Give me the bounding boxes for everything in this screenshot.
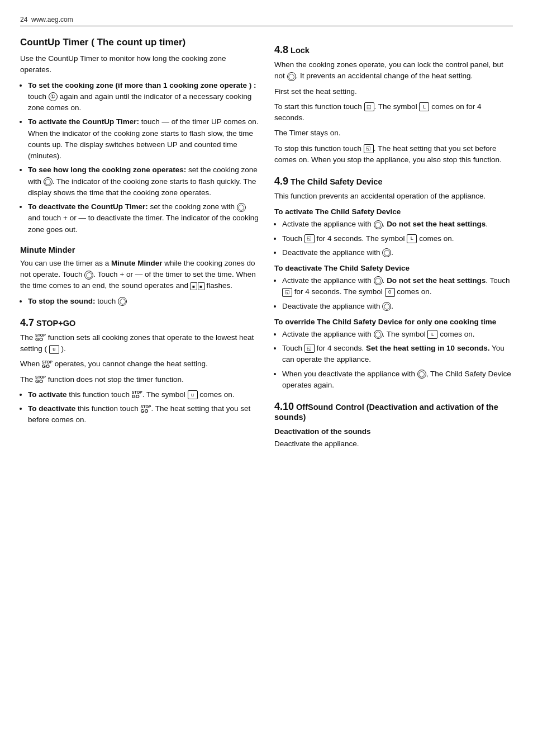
minute-minder-intro: You can use the timer as a Minute Minder… (20, 258, 259, 292)
override-child-title: To override The Child Safety Device for … (274, 318, 513, 326)
list-item: To see how long the cooking zone operate… (28, 164, 259, 199)
countup-timer-section: CountUp Timer ( The count up timer) Use … (20, 36, 259, 235)
lock-section: 4.8 Lock When the cooking zones operate,… (274, 44, 513, 166)
lock-para3: To start this function touch ◱. The symb… (274, 101, 513, 124)
power-icon-mm: ◯ (84, 271, 93, 280)
lock-title: 4.8 Lock (274, 44, 513, 56)
lock-start-icon: ◱ (364, 102, 374, 111)
right-column: 4.8 Lock When the cooking zones operate,… (274, 36, 513, 740)
u-icon2: u (188, 390, 198, 399)
site-url: www.aeg.com (31, 16, 73, 23)
deact-icon2: ◯ (382, 302, 391, 311)
list-item: To activate the CountUp Timer: touch — o… (28, 116, 259, 162)
minute-minder-title: Minute Minder (20, 245, 259, 254)
power-icon-lock: ◯ (287, 72, 296, 81)
page: 24 www.aeg.com CountUp Timer ( The count… (0, 0, 533, 756)
stopgo-icon5: STOPGO (141, 405, 151, 414)
child-safety-title: 4.9 The Child Safety Device (274, 176, 513, 187)
list-item: When you deactivate the appliance with ◯… (282, 368, 513, 391)
stopgo-icon1: STOPGO (35, 333, 46, 342)
sound-stop-icon: ◯ (118, 297, 127, 306)
lock-stop-icon: ◱ (364, 144, 374, 153)
flash-icon: ■■ (191, 282, 204, 290)
item-label: To deactivate the CountUp Timer: (28, 202, 148, 211)
offsound-title: 4.10 OffSound Control (Deactivation and … (274, 401, 513, 422)
list-item: Activate the appliance with ◯. The symbo… (282, 329, 513, 340)
activate-child-list: Activate the appliance with ◯. Do not se… (282, 219, 513, 258)
list-item: Activate the appliance with ◯. Do not se… (282, 275, 513, 298)
left-column: CountUp Timer ( The count up timer) Use … (20, 36, 259, 740)
stopgo-para3: The STOPGO function does not stop the ti… (20, 374, 259, 385)
list-item: Touch ◱ for 4 seconds. Set the heat sett… (282, 343, 513, 366)
page-header: 24 www.aeg.com (20, 16, 513, 26)
item-label: To deactivate (28, 404, 75, 413)
item-label: To activate the CountUp Timer: (28, 117, 139, 126)
power-icon-ov: ◯ (374, 330, 383, 339)
item-label: To see how long the cooking zone operate… (28, 166, 186, 174)
timer-icon: ◯ (44, 177, 53, 186)
touch-icon-act: ◱ (304, 234, 315, 243)
stopgo-title: 4.7 STOP+GO (20, 317, 259, 329)
do-not-text2: Do not set the heat settings (387, 276, 486, 285)
minute-minder-bold: Minute Minder (111, 259, 163, 267)
l-icon-ov: L (427, 330, 437, 339)
stopgo-icon4: STOPGO (132, 390, 142, 399)
page-number: 24 (20, 16, 27, 23)
list-item: Activate the appliance with ◯. Do not se… (282, 219, 513, 230)
list-item: To activate this function touch STOPGO. … (28, 389, 259, 400)
set-heat-bold: Set the heat setting in 10 seconds. (366, 344, 489, 352)
stopgo-icon2: STOPGO (42, 360, 53, 369)
do-not-text: Do not set the heat settings (387, 220, 486, 228)
stopgo-icon3: STOPGO (35, 375, 46, 384)
item-label: To activate (28, 390, 67, 399)
list-item: Deactivate the appliance with ◯. (282, 247, 513, 258)
content-columns: CountUp Timer ( The count up timer) Use … (20, 36, 513, 740)
l-icon-act: L (407, 234, 417, 243)
minute-minder-list: To stop the sound: touch ◯ (28, 296, 259, 307)
lock-para2: First set the heat setting. (274, 86, 513, 97)
list-item: Deactivate the appliance with ◯. (282, 301, 513, 312)
deactivate-child-title: To deactivate The Child Safety Device (274, 264, 513, 272)
u-icon: u (49, 345, 59, 354)
stopgo-para2: When STOPGO operates, you cannot change … (20, 358, 259, 370)
countup-timer-list: To set the cooking zone (if more than 1 … (28, 80, 259, 235)
override-child-list: Activate the appliance with ◯. The symbo… (282, 329, 513, 391)
power-icon-ov2: ◯ (417, 370, 426, 379)
child-safety-intro: This function prevents an accidental ope… (274, 191, 513, 202)
list-item: To stop the sound: touch ◯ (28, 296, 259, 307)
list-item: Touch ◱ for 4 seconds. The symbol L come… (282, 233, 513, 244)
touch-icon-deact: ◱ (282, 288, 292, 297)
power-icon-deact: ◯ (374, 276, 383, 285)
minute-minder-section: Minute Minder You can use the timer as a… (20, 245, 259, 307)
power-icon: ① (49, 92, 58, 101)
countup-timer-title: CountUp Timer ( The count up timer) (20, 36, 259, 49)
touch-icon-ov: ◱ (304, 344, 315, 353)
timer-icon2: ◯ (237, 203, 246, 212)
list-item: To deactivate the CountUp Timer: set the… (28, 201, 259, 235)
stopgo-para1: The STOPGO function sets all cooking zon… (20, 332, 259, 355)
stopgo-list: To activate this function touch STOPGO. … (28, 389, 259, 426)
power-icon-act: ◯ (374, 220, 383, 229)
item-label: To stop the sound: (28, 297, 95, 305)
child-safety-section: 4.9 The Child Safety Device This functio… (274, 176, 513, 391)
countup-timer-intro: Use the CountUp Timer to monitor how lon… (20, 53, 259, 76)
lock-para4: The Timer stays on. (274, 127, 513, 139)
deact-sounds-text: Deactivate the appliance. (274, 438, 513, 450)
deact-icon: ◯ (382, 248, 391, 257)
lock-para5: To stop this function touch ◱. The heat … (274, 143, 513, 166)
l-icon: L (419, 102, 429, 111)
item-label: To set the cooking zone (if more than 1 … (28, 81, 256, 89)
activate-child-title: To activate The Child Safety Device (274, 207, 513, 216)
zero-icon: 0 (385, 288, 395, 297)
lock-para1: When the cooking zones operate, you can … (274, 59, 513, 82)
list-item: To deactivate this function touch STOPGO… (28, 403, 259, 426)
list-item: To set the cooking zone (if more than 1 … (28, 80, 259, 114)
deact-sounds-title: Deactivation of the sounds (274, 427, 513, 436)
stopgo-section: 4.7 STOP+GO The STOPGO function sets all… (20, 317, 259, 426)
deactivate-child-list: Activate the appliance with ◯. Do not se… (282, 275, 513, 312)
offsound-section: 4.10 OffSound Control (Deactivation and … (274, 401, 513, 450)
